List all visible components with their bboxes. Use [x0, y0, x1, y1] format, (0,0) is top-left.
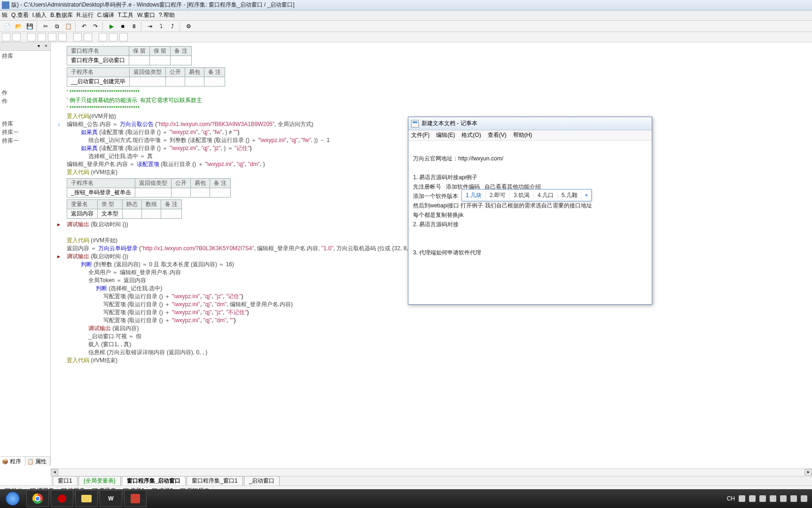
tray-icon[interactable] [780, 495, 787, 502]
toolbar-undo[interactable]: ↶ [79, 22, 89, 31]
tray-network-icon[interactable] [759, 495, 766, 502]
toolbar-paste[interactable]: 📋 [63, 22, 73, 31]
menu-view[interactable]: Q.查看 [11, 11, 29, 19]
toolbar-stop[interactable]: ■ [117, 22, 128, 31]
tb2-8[interactable] [84, 33, 92, 41]
tray-icon[interactable] [801, 495, 807, 502]
task-app[interactable] [124, 490, 147, 507]
tb2-10[interactable] [109, 33, 117, 41]
scroll-left-icon[interactable]: ◂ [51, 469, 58, 476]
app-task-icon [131, 494, 140, 503]
tb2-3[interactable] [27, 33, 36, 41]
tb2-5[interactable] [48, 33, 56, 41]
table-var: 变量名类 型静态数组备 注 返回内容文本型 [67, 199, 182, 219]
code-line: 信息框 (万向云取错误详细内容 (返回内容), 0, , ) [53, 349, 810, 357]
gutter-breakpoint-icon[interactable]: ▸ [53, 253, 65, 261]
toolbar-copy[interactable]: ⧉ [52, 22, 62, 31]
tray-icon[interactable] [739, 495, 745, 502]
tab-window1[interactable]: 窗口1 [53, 476, 78, 485]
tab-window1-set[interactable]: 窗口程序集_窗口1 [187, 476, 242, 485]
tree-item[interactable]: 作 [2, 97, 48, 105]
notepad-menu-view[interactable]: 查看(V) [488, 131, 507, 139]
code-line: 写配置项 (取运行目录 () ＋ "\wxypz.ini", "qj", "dm… [53, 317, 810, 325]
folder-icon [81, 495, 92, 502]
toolbar-new[interactable]: 📄 [2, 22, 12, 31]
tray-lang[interactable]: CH [727, 495, 735, 502]
notepad-menu-file[interactable]: 文件(F) [411, 131, 429, 139]
sidebar-pin-icon[interactable]: ▾ [35, 43, 42, 50]
tb2-7[interactable] [73, 33, 82, 41]
ime-candidate-bar[interactable]: 1.几块 2.即可 3.饥渴 4.几口 5.几颗 ▾ [461, 189, 592, 201]
notepad-textarea[interactable]: 万向云官网地址：http://lwxyun.com/ 1. 易语言源码对接api… [408, 141, 652, 270]
toolbar-run[interactable]: ▶ [106, 22, 117, 31]
menu-tools[interactable]: T.工具 [118, 11, 133, 19]
notepad-menubar: 文件(F) 编辑(E) 格式(O) 查看(V) 帮助(H) [408, 130, 652, 141]
code-line: 载入 (窗口1, , 真) [53, 341, 810, 349]
tab-globalvars[interactable]: {全局变量表} [78, 476, 121, 485]
sidebar-tree[interactable]: 持库 作 作 持库 持库一 持库一 [0, 51, 50, 146]
menu-insert[interactable]: I.插入 [32, 11, 47, 19]
chrome-icon [32, 493, 43, 504]
toolbar-stepout[interactable]: ⤴ [167, 22, 178, 31]
toolbar-redo[interactable]: ↷ [90, 22, 101, 31]
tray-volume-icon[interactable] [770, 495, 776, 502]
ime-candidate[interactable]: 1.几块 [462, 191, 486, 199]
ime-dropdown-icon[interactable]: ▾ [582, 192, 591, 198]
ime-candidate[interactable]: 5.几颗 [558, 191, 582, 199]
secondary-toolbar [0, 32, 812, 42]
notepad-titlebar[interactable]: 新建文本文档 - 记事本 [408, 117, 652, 130]
menu-window[interactable]: W.窗口 [137, 11, 155, 19]
menu-compile[interactable]: C.编译 [97, 11, 114, 19]
menu-edit[interactable]: 辑 [2, 11, 8, 19]
gutter-breakpoint-icon[interactable]: ▸ [53, 221, 65, 229]
toolbar-stepinto[interactable]: ⤵ [156, 22, 166, 31]
ime-candidate[interactable]: 2.即可 [486, 191, 510, 199]
tree-item[interactable]: 持库一 [2, 128, 48, 136]
toolbar-pause[interactable]: ⏸ [129, 22, 139, 31]
task-wps[interactable]: W [100, 490, 122, 507]
tb2-9[interactable] [99, 33, 107, 41]
toolbar-misc[interactable]: ⚙ [183, 22, 194, 31]
toolbar-open[interactable]: 📂 [13, 22, 23, 31]
sidebar-close-icon[interactable]: × [43, 43, 49, 50]
toolbar-save[interactable]: 💾 [24, 22, 35, 31]
task-chrome[interactable] [26, 490, 49, 507]
toolbar-cut[interactable]: ✂ [40, 22, 51, 31]
table-sub1: 子程序名返回值类型公开易包备 注 __启动窗口_创建完毕 [67, 67, 225, 87]
ime-candidate[interactable]: 4.几口 [534, 191, 558, 199]
task-explorer[interactable] [75, 490, 98, 507]
code-comment: ' 例子只提供基础的功能演示 有其它需求可以联系群主 [53, 96, 810, 104]
tab-startwindow-set[interactable]: 窗口程序集_启动窗口 [122, 476, 186, 485]
tree-item[interactable]: 作 [2, 88, 48, 97]
table-sub2: 子程序名返回值类型公开易包备 注 _按钮_单码登录_被单击 [67, 178, 231, 198]
menu-run[interactable]: R.运行 [77, 11, 94, 19]
editor-hscroll[interactable]: ◂ ▸ [51, 468, 812, 476]
tree-item[interactable]: 持库一 [2, 136, 48, 145]
tab-startwindow[interactable]: _启动窗口 [244, 476, 280, 485]
toolbar-step[interactable]: ⇥ [145, 22, 155, 31]
tray-icon[interactable] [790, 495, 797, 502]
notepad-menu-help[interactable]: 帮助(H) [513, 131, 532, 139]
tree-item[interactable]: 持库 [2, 119, 48, 128]
notepad-window[interactable]: 新建文本文档 - 记事本 文件(F) 编辑(E) 格式(O) 查看(V) 帮助(… [408, 117, 652, 305]
sidebar-tab-program[interactable]: 📦 程序 [0, 457, 25, 466]
notepad-menu-format[interactable]: 格式(O) [461, 131, 481, 139]
start-button[interactable] [0, 489, 25, 508]
app-title: 版) - C:\Users\Administrator\Desktop\单码例子… [11, 1, 295, 9]
sidebar-tab-properties[interactable]: 📋 属性 [25, 457, 51, 466]
tb2-6[interactable] [58, 33, 67, 41]
tree-item[interactable]: 持库 [2, 52, 48, 60]
tb2-2[interactable] [12, 33, 21, 41]
tb2-4[interactable] [38, 33, 46, 41]
notepad-menu-edit[interactable]: 编辑(E) [436, 131, 455, 139]
tray-icon[interactable] [749, 495, 756, 502]
gutter-arrow-icon: ↓ [53, 120, 65, 128]
menu-database[interactable]: B.数据库 [50, 11, 72, 19]
scroll-right-icon[interactable]: ▸ [804, 469, 812, 476]
ime-candidate[interactable]: 3.饥渴 [510, 191, 534, 199]
tb2-1[interactable] [2, 33, 10, 41]
sidebar-header: ▾ × [0, 42, 50, 51]
task-record[interactable] [51, 490, 73, 507]
menu-help[interactable]: ?.帮助 [159, 11, 175, 19]
tb2-11[interactable] [119, 33, 128, 41]
